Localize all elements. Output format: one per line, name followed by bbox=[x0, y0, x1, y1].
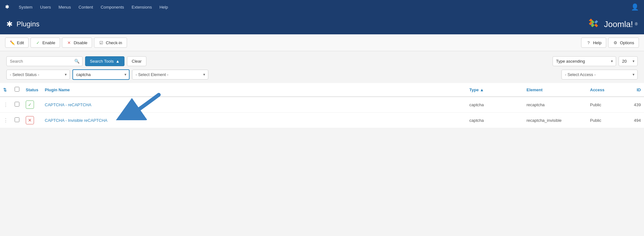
th-type[interactable]: Type ▲ bbox=[466, 83, 523, 97]
checkin-label: Check-in bbox=[106, 40, 122, 45]
row1-element-cell: recaptcha bbox=[523, 97, 587, 113]
help-button[interactable]: ? Help bbox=[581, 38, 606, 48]
search-area: 🔍 Search Tools ▲ Clear Type ascending 20 bbox=[0, 51, 644, 83]
nav-link-components[interactable]: Components bbox=[97, 3, 127, 11]
table-area: ⇅ Status Plugin Name Type ▲ bbox=[0, 83, 644, 128]
nav-brand: ✱ bbox=[5, 4, 9, 10]
search-tools-caret-icon: ▲ bbox=[116, 59, 120, 64]
row1-id-cell: 439 bbox=[625, 97, 644, 113]
disable-label: Disable bbox=[74, 40, 87, 45]
row2-checkbox[interactable] bbox=[15, 117, 19, 122]
search-tools-button[interactable]: Search Tools ▲ bbox=[85, 56, 124, 66]
select-all-checkbox[interactable] bbox=[15, 87, 19, 92]
type-filter-wrap: captcha bbox=[72, 69, 130, 80]
enable-label: Enable bbox=[42, 40, 55, 45]
toolbar: ✏️ Edit ✓ Enable ✕ Disable ☑ Check-in ? … bbox=[0, 34, 644, 51]
search-magnifier-icon: 🔍 bbox=[74, 59, 80, 64]
filter-row: - Select Status - captcha - Select Eleme… bbox=[6, 69, 638, 80]
status-filter[interactable]: - Select Status - bbox=[6, 70, 70, 80]
nav-link-content[interactable]: Content bbox=[75, 3, 96, 11]
th-drag: ⇅ bbox=[0, 83, 11, 97]
row1-checkbox-cell bbox=[11, 97, 23, 113]
nav-link-help[interactable]: Help bbox=[156, 3, 171, 11]
plugins-icon: ✱ bbox=[6, 20, 13, 29]
row2-id: 494 bbox=[634, 118, 641, 123]
disable-icon: ✕ bbox=[67, 40, 72, 45]
row1-access-cell: Public bbox=[587, 97, 625, 113]
nav-link-system[interactable]: System bbox=[16, 3, 36, 11]
col-access-label: Access bbox=[590, 87, 605, 92]
checkin-button[interactable]: ☑ Check-in bbox=[94, 38, 127, 48]
access-filter[interactable]: - Select Access - bbox=[561, 70, 638, 80]
per-page-select[interactable]: 20 bbox=[619, 56, 638, 66]
toolbar-right: ? Help ⚙ Options bbox=[581, 38, 639, 48]
enable-button[interactable]: ✓ Enable bbox=[30, 38, 60, 48]
row2-status-cell: ✕ bbox=[23, 113, 42, 128]
clear-label: Clear bbox=[132, 59, 142, 64]
user-icon[interactable]: 👤 bbox=[631, 3, 639, 11]
toolbar-left: ✏️ Edit ✓ Enable ✕ Disable ☑ Check-in bbox=[5, 38, 127, 48]
joomla-text: Joomla! bbox=[604, 19, 633, 29]
edit-button[interactable]: ✏️ Edit bbox=[5, 38, 29, 48]
access-filter-wrap: - Select Access - bbox=[561, 70, 638, 80]
drag-handle-icon[interactable]: ⋮ bbox=[3, 102, 8, 108]
edit-icon: ✏️ bbox=[10, 40, 15, 45]
edit-label: Edit bbox=[17, 40, 24, 45]
element-filter[interactable]: - Select Element - bbox=[132, 70, 208, 80]
row2-type: captcha bbox=[469, 118, 484, 123]
joomla-logo: Joomla! ® bbox=[587, 18, 638, 30]
search-input-wrap: 🔍 bbox=[6, 56, 83, 66]
sort-select-wrap: Type ascending bbox=[553, 56, 616, 66]
row1-type-cell: captcha bbox=[466, 97, 523, 113]
drag-handle-icon[interactable]: ⋮ bbox=[3, 118, 8, 123]
type-sort-icon: ▲ bbox=[480, 87, 484, 92]
nav-brand-icon: ✱ bbox=[5, 4, 9, 10]
row2-id-cell: 494 bbox=[625, 113, 644, 128]
row1-name: CAPTCHA - reCAPTCHA bbox=[45, 102, 91, 107]
element-filter-wrap: - Select Element - bbox=[132, 70, 208, 80]
th-status: Status bbox=[23, 83, 42, 97]
checkin-icon: ☑ bbox=[99, 40, 104, 45]
th-access: Access bbox=[587, 83, 625, 97]
sort-updown-icon[interactable]: ⇅ bbox=[3, 87, 7, 92]
page-title: Plugins bbox=[17, 20, 39, 28]
options-button[interactable]: ⚙ Options bbox=[608, 38, 639, 48]
disable-button[interactable]: ✕ Disable bbox=[62, 38, 92, 48]
type-filter[interactable]: captcha bbox=[72, 69, 130, 80]
row2-access: Public bbox=[590, 118, 601, 123]
search-row: 🔍 Search Tools ▲ Clear Type ascending 20 bbox=[6, 56, 638, 66]
drag-handle-cell: ⋮ bbox=[0, 97, 11, 113]
nav-link-menus[interactable]: Menus bbox=[55, 3, 74, 11]
col-element-label: Element bbox=[527, 87, 543, 92]
row2-checkbox-cell bbox=[11, 113, 23, 128]
th-checkbox bbox=[11, 83, 23, 97]
options-label: Options bbox=[620, 40, 634, 45]
row1-status-cell: ✓ bbox=[23, 97, 42, 113]
col-status-label: Status bbox=[26, 87, 38, 92]
nav-link-extensions[interactable]: Extensions bbox=[129, 3, 155, 11]
table-container: ⇅ Status Plugin Name Type ▲ bbox=[0, 83, 644, 128]
sort-select[interactable]: Type ascending bbox=[553, 56, 616, 66]
nav-right: 👤 bbox=[631, 3, 639, 11]
row1-checkbox[interactable] bbox=[15, 102, 19, 107]
search-submit-button[interactable]: 🔍 bbox=[71, 56, 83, 66]
drag-handle-cell: ⋮ bbox=[0, 113, 11, 128]
row2-status-badge[interactable]: ✕ bbox=[26, 116, 34, 124]
nav-link-users[interactable]: Users bbox=[37, 3, 54, 11]
row1-id: 439 bbox=[634, 102, 641, 107]
plugins-table: ⇅ Status Plugin Name Type ▲ bbox=[0, 83, 644, 128]
nav-links: System Users Menus Content Components Ex… bbox=[16, 3, 171, 11]
table-body: ⋮ ✓ CAPTCHA - reCAPTCHA captcha bbox=[0, 97, 644, 128]
row1-status-badge[interactable]: ✓ bbox=[26, 101, 34, 109]
help-label: Help bbox=[593, 40, 601, 45]
search-tools-label: Search Tools bbox=[90, 59, 114, 64]
top-navigation: ✱ System Users Menus Content Components … bbox=[0, 0, 644, 14]
table-row: ⋮ ✕ CAPTCHA - Invisible reCAPTCHA captch… bbox=[0, 113, 644, 128]
search-controls-right: Type ascending 20 bbox=[553, 56, 638, 66]
page-header: ✱ Plugins Joomla! ® bbox=[0, 14, 644, 34]
row2-name-cell[interactable]: CAPTCHA - Invisible reCAPTCHA bbox=[42, 113, 466, 128]
clear-button[interactable]: Clear bbox=[127, 56, 146, 66]
help-icon: ? bbox=[586, 40, 591, 45]
row1-name-cell[interactable]: CAPTCHA - reCAPTCHA bbox=[42, 97, 466, 113]
row1-element: recaptcha bbox=[527, 102, 545, 107]
